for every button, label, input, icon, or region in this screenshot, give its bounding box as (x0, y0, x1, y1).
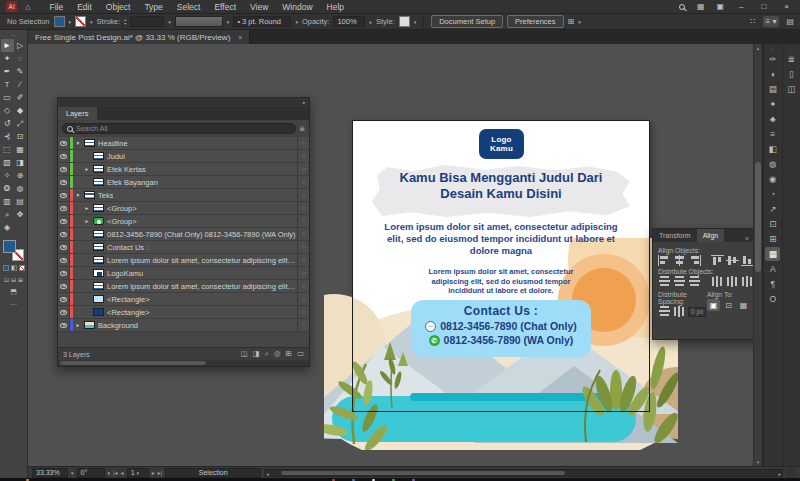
delete-layer-icon[interactable]: ▭ (297, 349, 304, 359)
scroll-left-icon[interactable]: ◂ (266, 471, 269, 477)
layer-row[interactable]: <Rectangle>○ (58, 306, 309, 319)
appearance-panel-icon[interactable]: ◉ (765, 172, 780, 186)
expander-icon[interactable]: ▸ (84, 218, 90, 224)
layer-target-icon[interactable]: ○ (297, 306, 309, 318)
brush-caret-icon[interactable]: ▾ (295, 19, 298, 25)
align-to-selection-button[interactable]: ▣ (707, 299, 720, 311)
align-top-button[interactable] (711, 255, 724, 266)
menu-effect[interactable]: Effect (207, 2, 243, 12)
variable-width-profile[interactable] (175, 16, 223, 27)
empty-tool[interactable] (14, 221, 27, 234)
export-panel-icon[interactable]: ↗ (765, 202, 780, 216)
search-icon[interactable] (679, 4, 685, 10)
scale-tool[interactable]: ⤢ (14, 117, 27, 130)
expander-icon[interactable]: ▸ (75, 322, 81, 328)
opacity-field[interactable]: 100% (333, 16, 365, 27)
layer-row[interactable]: ▾Teks○ (58, 189, 309, 202)
visibility-toggle[interactable] (58, 163, 70, 175)
panel-expand-icon[interactable]: » (745, 235, 749, 242)
expander-icon[interactable]: ▾ (75, 192, 81, 198)
layer-target-icon[interactable]: ○ (297, 280, 309, 292)
menu-select[interactable]: Select (170, 2, 208, 12)
layer-target-icon[interactable]: ○ (297, 137, 309, 149)
align-to-key-object-button[interactable]: ⊡ (722, 299, 735, 311)
visibility-toggle[interactable] (58, 293, 70, 305)
layer-row-content[interactable]: ▾Headline (73, 137, 297, 149)
layer-row[interactable]: ▸Background○ (58, 319, 309, 332)
zoom-level-field[interactable]: 33.33% (32, 468, 68, 478)
draw-behind-icon[interactable]: ⊟ (11, 276, 16, 283)
make-clipping-mask-icon[interactable]: ◨ (253, 349, 260, 359)
distribute-horizontal-center-button[interactable] (726, 276, 739, 287)
visibility-toggle[interactable] (58, 306, 70, 318)
scroll-down-icon[interactable]: ▾ (754, 459, 762, 465)
last-artboard-icon[interactable]: ▸| (158, 469, 163, 476)
layers-search-input[interactable] (76, 124, 291, 133)
layer-row[interactable]: <Rectangle>○ (58, 293, 309, 306)
type-tool[interactable]: T (1, 78, 14, 91)
symbols-panel-icon[interactable]: ♣ (765, 112, 780, 126)
workspace-switcher-icon[interactable]: ▣ (716, 2, 724, 11)
status-display-field[interactable]: Selection (165, 468, 261, 478)
stroke-color-swatch[interactable] (75, 16, 86, 27)
layer-row[interactable]: Efek Bayangan○ (58, 176, 309, 189)
paintbrush-tool[interactable]: ✐ (14, 91, 27, 104)
layer-target-icon[interactable]: ○ (297, 267, 309, 279)
expander-icon[interactable]: ▾ (75, 140, 81, 146)
scroll-right-icon[interactable]: ▸ (778, 471, 781, 477)
layer-row-content[interactable]: Lorem ipsum dolor sit amet, consectetur … (73, 254, 297, 266)
magic-wand-tool[interactable]: ✦ (1, 52, 14, 65)
canvas[interactable]: Logo Kamu Kamu Bisa Mengganti Judul Dari… (28, 44, 762, 466)
layer-target-icon[interactable]: ○ (297, 189, 309, 201)
edit-toolbar-icon[interactable]: ⋯ (10, 301, 17, 309)
layer-row[interactable]: ▸<Group>○ (58, 202, 309, 215)
dock-grip[interactable]: ‥ (789, 45, 793, 51)
fill-color-swatch[interactable] (54, 16, 65, 27)
expander-icon[interactable]: ▸ (84, 205, 90, 211)
arrange-documents-icon[interactable]: ▦ (697, 2, 705, 11)
direct-selection-tool[interactable]: ▷ (14, 39, 27, 52)
next-artboard-icon[interactable]: ▸ (152, 469, 155, 476)
dock-grip[interactable]: ‥ (771, 45, 775, 51)
style-caret-icon[interactable]: ▾ (414, 19, 417, 25)
layer-target-icon[interactable]: ○ (297, 228, 309, 240)
artboard-number-field[interactable]: 1▾ (127, 468, 149, 478)
eyedropper-tool[interactable]: ✧ (1, 169, 14, 182)
brushes-panel-icon[interactable]: ✦ (765, 97, 780, 111)
first-artboard-icon[interactable]: |◂ (113, 469, 118, 476)
color-guide-panel-icon[interactable]: ◗ (765, 67, 780, 81)
vscroll-thumb[interactable] (755, 162, 761, 272)
locate-object-icon[interactable]: ⌕ (265, 349, 269, 359)
layer-target-icon[interactable]: ○ (297, 163, 309, 175)
layer-row-content[interactable]: Efek Bayangan (73, 176, 297, 188)
layer-row-content[interactable]: ▾Teks (73, 189, 297, 201)
slice-tool[interactable]: ▤ (14, 195, 27, 208)
character-panel-icon[interactable]: A (765, 262, 780, 276)
visibility-toggle[interactable] (58, 137, 70, 149)
align-vertical-center-button[interactable] (726, 255, 739, 266)
prev-artboard-icon[interactable]: ◂ (121, 469, 124, 476)
stroke-weight-field[interactable] (130, 16, 164, 27)
width-profile-caret-icon[interactable]: ▾ (227, 19, 230, 25)
gradient-tool[interactable]: ◨ (14, 156, 27, 169)
none-button[interactable] (19, 265, 25, 271)
line-segment-tool[interactable]: ∕ (14, 78, 27, 91)
horizontal-distribute-space-button[interactable] (673, 306, 686, 317)
layer-row-content[interactable]: Judul (73, 150, 297, 162)
layer-target-icon[interactable]: ○ (297, 254, 309, 266)
layer-row-content[interactable]: 0812-3456-7890 (Chat Only) 0812-3456-789… (73, 228, 297, 240)
distribute-top-button[interactable] (658, 276, 671, 287)
layer-target-icon[interactable]: ○ (297, 319, 309, 331)
width-tool[interactable]: ⊰ (1, 130, 14, 143)
hscroll-thumb[interactable] (281, 471, 565, 475)
tool-panel-grip[interactable]: ‥ (11, 30, 17, 37)
menu-object[interactable]: Object (99, 2, 138, 12)
rectangle-tool[interactable]: ▭ (1, 91, 14, 104)
visibility-toggle[interactable] (58, 202, 70, 214)
zoom-caret-icon[interactable]: ▾ (71, 470, 74, 476)
style-swatch[interactable] (399, 16, 410, 27)
brush-definition-field[interactable]: • 3 pt. Round (233, 16, 291, 27)
visibility-toggle[interactable] (58, 150, 70, 162)
stroke-caret-icon[interactable]: ▾ (90, 19, 93, 25)
align-right-button[interactable] (688, 255, 701, 266)
